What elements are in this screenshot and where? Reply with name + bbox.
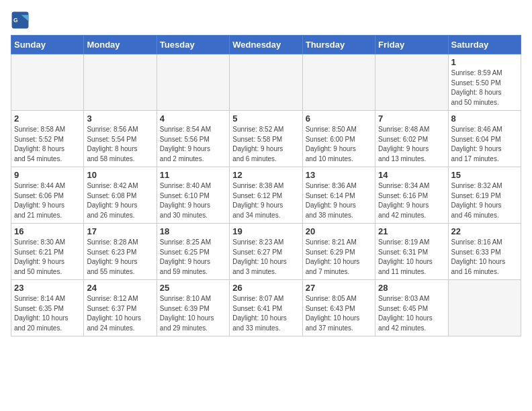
- page-container: G SundayMondayTuesdayWednesdayThursdayFr…: [0, 0, 532, 343]
- day-number: 2: [14, 113, 81, 124]
- calendar-cell: 18Sunrise: 8:25 AM Sunset: 6:25 PM Dayli…: [157, 224, 229, 280]
- calendar-cell: 15Sunrise: 8:32 AM Sunset: 6:19 PM Dayli…: [448, 167, 521, 224]
- calendar-cell: 1Sunrise: 8:59 AM Sunset: 5:50 PM Daylig…: [448, 54, 521, 111]
- day-number: 27: [306, 283, 372, 293]
- calendar-cell: 23Sunrise: 8:14 AM Sunset: 6:35 PM Dayli…: [11, 280, 84, 336]
- calendar-cell: 8Sunrise: 8:46 AM Sunset: 6:04 PM Daylig…: [448, 111, 521, 167]
- day-number: 1: [451, 57, 518, 67]
- day-info: Sunrise: 8:30 AM Sunset: 6:21 PM Dayligh…: [14, 238, 81, 277]
- day-info: Sunrise: 8:50 AM Sunset: 6:00 PM Dayligh…: [306, 125, 372, 164]
- calendar-cell: 5Sunrise: 8:52 AM Sunset: 5:58 PM Daylig…: [230, 111, 302, 167]
- calendar-cell: 2Sunrise: 8:58 AM Sunset: 5:52 PM Daylig…: [11, 111, 84, 167]
- day-number: 8: [451, 113, 518, 124]
- calendar-cell: 16Sunrise: 8:30 AM Sunset: 6:21 PM Dayli…: [11, 224, 84, 280]
- day-number: 6: [306, 113, 372, 124]
- day-number: 23: [14, 283, 81, 293]
- weekday-header-thursday: Thursday: [302, 36, 375, 54]
- day-number: 19: [232, 226, 299, 236]
- day-number: 24: [87, 283, 153, 293]
- weekday-header-row: SundayMondayTuesdayWednesdayThursdayFrid…: [11, 36, 521, 54]
- calendar-cell: 6Sunrise: 8:50 AM Sunset: 6:00 PM Daylig…: [302, 111, 375, 167]
- logo-icon: G: [11, 11, 30, 30]
- calendar-cell: 4Sunrise: 8:54 AM Sunset: 5:56 PM Daylig…: [157, 111, 229, 167]
- day-info: Sunrise: 8:48 AM Sunset: 6:02 PM Dayligh…: [378, 125, 445, 164]
- weekday-header-friday: Friday: [375, 36, 448, 54]
- calendar-body: 1Sunrise: 8:59 AM Sunset: 5:50 PM Daylig…: [11, 54, 521, 336]
- day-number: 9: [14, 170, 81, 180]
- day-number: 18: [160, 226, 226, 236]
- header: G: [11, 11, 521, 30]
- day-number: 28: [378, 283, 445, 293]
- day-info: Sunrise: 8:03 AM Sunset: 6:45 PM Dayligh…: [378, 294, 445, 333]
- weekday-header-saturday: Saturday: [448, 36, 521, 54]
- day-info: Sunrise: 8:12 AM Sunset: 6:37 PM Dayligh…: [87, 294, 153, 333]
- calendar-cell: [157, 54, 229, 111]
- day-number: 11: [160, 170, 226, 180]
- day-number: 16: [14, 226, 81, 236]
- calendar-cell: 28Sunrise: 8:03 AM Sunset: 6:45 PM Dayli…: [375, 280, 448, 336]
- day-info: Sunrise: 8:16 AM Sunset: 6:33 PM Dayligh…: [451, 238, 518, 277]
- calendar-cell: 9Sunrise: 8:44 AM Sunset: 6:06 PM Daylig…: [11, 167, 84, 224]
- day-number: 15: [451, 170, 518, 180]
- calendar-cell: 10Sunrise: 8:42 AM Sunset: 6:08 PM Dayli…: [84, 167, 157, 224]
- calendar-week-4: 23Sunrise: 8:14 AM Sunset: 6:35 PM Dayli…: [11, 280, 521, 336]
- day-number: 5: [232, 113, 299, 124]
- calendar-cell: 17Sunrise: 8:28 AM Sunset: 6:23 PM Dayli…: [84, 224, 157, 280]
- calendar-cell: [375, 54, 448, 111]
- day-number: 20: [306, 226, 372, 236]
- calendar-cell: 3Sunrise: 8:56 AM Sunset: 5:54 PM Daylig…: [84, 111, 157, 167]
- calendar-cell: 26Sunrise: 8:07 AM Sunset: 6:41 PM Dayli…: [230, 280, 302, 336]
- weekday-header-sunday: Sunday: [11, 36, 84, 54]
- calendar-table: SundayMondayTuesdayWednesdayThursdayFrid…: [11, 35, 521, 336]
- calendar-header: SundayMondayTuesdayWednesdayThursdayFrid…: [11, 36, 521, 54]
- day-number: 22: [451, 226, 518, 236]
- day-info: Sunrise: 8:59 AM Sunset: 5:50 PM Dayligh…: [451, 68, 518, 107]
- calendar-cell: 7Sunrise: 8:48 AM Sunset: 6:02 PM Daylig…: [375, 111, 448, 167]
- calendar-cell: 27Sunrise: 8:05 AM Sunset: 6:43 PM Dayli…: [302, 280, 375, 336]
- day-number: 14: [378, 170, 445, 180]
- day-info: Sunrise: 8:42 AM Sunset: 6:08 PM Dayligh…: [87, 181, 153, 220]
- calendar-week-1: 2Sunrise: 8:58 AM Sunset: 5:52 PM Daylig…: [11, 111, 521, 167]
- calendar-cell: 12Sunrise: 8:38 AM Sunset: 6:12 PM Dayli…: [230, 167, 302, 224]
- calendar-week-0: 1Sunrise: 8:59 AM Sunset: 5:50 PM Daylig…: [11, 54, 521, 111]
- day-info: Sunrise: 8:10 AM Sunset: 6:39 PM Dayligh…: [160, 294, 226, 333]
- day-number: 4: [160, 113, 226, 124]
- calendar-cell: [84, 54, 157, 111]
- day-number: 3: [87, 113, 153, 124]
- day-number: 12: [232, 170, 299, 180]
- day-info: Sunrise: 8:56 AM Sunset: 5:54 PM Dayligh…: [87, 125, 153, 164]
- logo: G: [11, 11, 31, 30]
- weekday-header-wednesday: Wednesday: [230, 36, 302, 54]
- day-info: Sunrise: 8:14 AM Sunset: 6:35 PM Dayligh…: [14, 294, 81, 333]
- day-info: Sunrise: 8:25 AM Sunset: 6:25 PM Dayligh…: [160, 238, 226, 277]
- calendar-week-3: 16Sunrise: 8:30 AM Sunset: 6:21 PM Dayli…: [11, 224, 521, 280]
- day-number: 10: [87, 170, 153, 180]
- day-info: Sunrise: 8:19 AM Sunset: 6:31 PM Dayligh…: [378, 238, 445, 277]
- calendar-cell: [230, 54, 302, 111]
- calendar-cell: 24Sunrise: 8:12 AM Sunset: 6:37 PM Dayli…: [84, 280, 157, 336]
- svg-text:G: G: [13, 17, 18, 24]
- day-info: Sunrise: 8:32 AM Sunset: 6:19 PM Dayligh…: [451, 181, 518, 220]
- calendar-cell: 22Sunrise: 8:16 AM Sunset: 6:33 PM Dayli…: [448, 224, 521, 280]
- day-info: Sunrise: 8:05 AM Sunset: 6:43 PM Dayligh…: [306, 294, 372, 333]
- day-info: Sunrise: 8:58 AM Sunset: 5:52 PM Dayligh…: [14, 125, 81, 164]
- calendar-cell: [11, 54, 84, 111]
- calendar-cell: 19Sunrise: 8:23 AM Sunset: 6:27 PM Dayli…: [230, 224, 302, 280]
- day-info: Sunrise: 8:21 AM Sunset: 6:29 PM Dayligh…: [306, 238, 372, 277]
- day-info: Sunrise: 8:44 AM Sunset: 6:06 PM Dayligh…: [14, 181, 81, 220]
- day-info: Sunrise: 8:07 AM Sunset: 6:41 PM Dayligh…: [232, 294, 299, 333]
- calendar-cell: 13Sunrise: 8:36 AM Sunset: 6:14 PM Dayli…: [302, 167, 375, 224]
- day-info: Sunrise: 8:28 AM Sunset: 6:23 PM Dayligh…: [87, 238, 153, 277]
- day-number: 13: [306, 170, 372, 180]
- day-info: Sunrise: 8:38 AM Sunset: 6:12 PM Dayligh…: [232, 181, 299, 220]
- day-info: Sunrise: 8:46 AM Sunset: 6:04 PM Dayligh…: [451, 125, 518, 164]
- calendar-cell: 11Sunrise: 8:40 AM Sunset: 6:10 PM Dayli…: [157, 167, 229, 224]
- day-info: Sunrise: 8:54 AM Sunset: 5:56 PM Dayligh…: [160, 125, 226, 164]
- day-info: Sunrise: 8:23 AM Sunset: 6:27 PM Dayligh…: [232, 238, 299, 277]
- day-number: 26: [232, 283, 299, 293]
- calendar-cell: 25Sunrise: 8:10 AM Sunset: 6:39 PM Dayli…: [157, 280, 229, 336]
- day-info: Sunrise: 8:40 AM Sunset: 6:10 PM Dayligh…: [160, 181, 226, 220]
- calendar-cell: 20Sunrise: 8:21 AM Sunset: 6:29 PM Dayli…: [302, 224, 375, 280]
- day-info: Sunrise: 8:36 AM Sunset: 6:14 PM Dayligh…: [306, 181, 372, 220]
- day-number: 25: [160, 283, 226, 293]
